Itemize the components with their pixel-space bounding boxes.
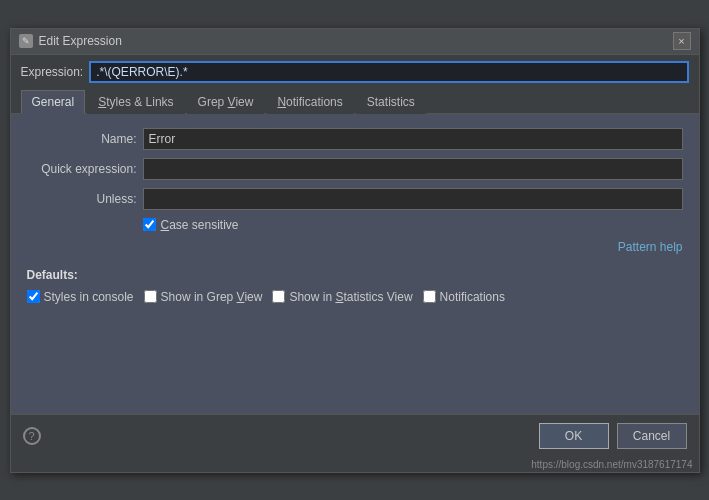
unless-label: Unless: bbox=[27, 192, 137, 206]
quick-expression-input[interactable] bbox=[143, 158, 683, 180]
name-label: Name: bbox=[27, 132, 137, 146]
tab-statistics[interactable]: Statistics bbox=[356, 90, 426, 114]
tab-notifications[interactable]: Notifications bbox=[266, 90, 353, 114]
show-in-stats-view-item: Show in Statistics View bbox=[272, 290, 412, 304]
notifications-label[interactable]: Notifications bbox=[440, 290, 505, 304]
edit-expression-dialog: ✎ Edit Expression × Expression: General … bbox=[10, 28, 700, 473]
defaults-section: Defaults: Styles in console Show in Grep… bbox=[27, 268, 683, 304]
show-grep-view-label[interactable]: Show in Grep View bbox=[161, 290, 263, 304]
tab-styles-links[interactable]: Styles & Links bbox=[87, 90, 184, 114]
name-row: Name: bbox=[27, 128, 683, 150]
quick-expression-row: Quick expression: bbox=[27, 158, 683, 180]
tab-grep-view[interactable]: Grep View bbox=[187, 90, 265, 114]
show-grep-view-checkbox[interactable] bbox=[144, 290, 157, 303]
dialog-icon: ✎ bbox=[19, 34, 33, 48]
tab-statistics-label: Statistics bbox=[367, 95, 415, 109]
pattern-help-link[interactable]: Pattern help bbox=[27, 240, 683, 254]
show-stats-view-checkbox[interactable] bbox=[272, 290, 285, 303]
dialog-title: Edit Expression bbox=[39, 34, 122, 48]
unless-input[interactable] bbox=[143, 188, 683, 210]
tab-general[interactable]: General bbox=[21, 90, 86, 114]
styles-in-console-checkbox[interactable] bbox=[27, 290, 40, 303]
show-stats-view-label[interactable]: Show in Statistics View bbox=[289, 290, 412, 304]
cancel-button[interactable]: Cancel bbox=[617, 423, 687, 449]
case-sensitive-checkbox[interactable] bbox=[143, 218, 156, 231]
title-bar: ✎ Edit Expression × bbox=[11, 29, 699, 55]
expression-row: Expression: bbox=[11, 55, 699, 89]
bottom-bar: ? OK Cancel bbox=[11, 414, 699, 457]
defaults-checkboxes: Styles in console Show in Grep View Show… bbox=[27, 290, 683, 304]
notifications-checkbox[interactable] bbox=[423, 290, 436, 303]
case-sensitive-row: Case sensitive bbox=[143, 218, 683, 232]
defaults-title: Defaults: bbox=[27, 268, 683, 282]
notifications-item: Notifications bbox=[423, 290, 505, 304]
name-input[interactable] bbox=[143, 128, 683, 150]
expression-input[interactable] bbox=[89, 61, 688, 83]
close-button[interactable]: × bbox=[673, 32, 691, 50]
case-sensitive-label[interactable]: Case sensitive bbox=[161, 218, 239, 232]
show-in-grep-view-item: Show in Grep View bbox=[144, 290, 263, 304]
url-watermark: https://blog.csdn.net/mv3187617174 bbox=[11, 457, 699, 472]
styles-in-console-label[interactable]: Styles in console bbox=[44, 290, 134, 304]
quick-expression-label: Quick expression: bbox=[27, 162, 137, 176]
content-area: Name: Quick expression: Unless: Case sen… bbox=[11, 114, 699, 414]
unless-row: Unless: bbox=[27, 188, 683, 210]
tabs-bar: General Styles & Links Grep View Notific… bbox=[11, 89, 699, 114]
bottom-buttons: OK Cancel bbox=[539, 423, 687, 449]
help-button[interactable]: ? bbox=[23, 427, 41, 445]
ok-button[interactable]: OK bbox=[539, 423, 609, 449]
expression-label: Expression: bbox=[21, 65, 84, 79]
styles-in-console-item: Styles in console bbox=[27, 290, 134, 304]
